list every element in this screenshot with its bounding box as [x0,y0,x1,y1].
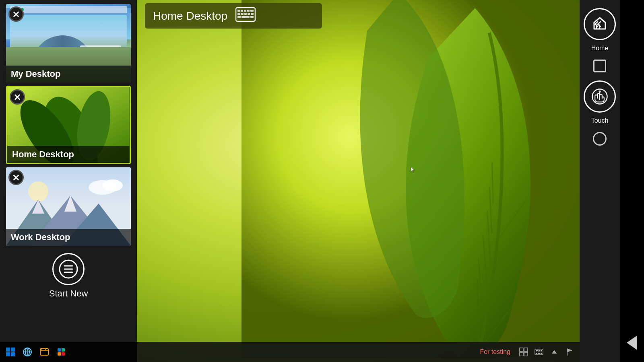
topbar: Home Desktop [137,0,580,30]
files-icon[interactable] [37,345,52,359]
android-home-button[interactable] [593,132,607,146]
svg-rect-36 [250,10,254,12]
windows-start-icon[interactable] [3,345,18,359]
svg-rect-53 [541,350,542,351]
svg-point-64 [599,90,601,93]
taskbar-main: For testing [137,342,580,362]
svg-rect-42 [237,16,241,18]
sidebar: 42 My Desktop [0,0,137,362]
svg-rect-43 [242,16,250,18]
svg-rect-17 [6,348,10,352]
android-nav-bar [620,0,644,362]
svg-point-5 [28,181,48,202]
svg-rect-41 [251,13,254,15]
home-desktop-label: Home Desktop [7,146,130,163]
svg-rect-28 [58,352,61,356]
svg-rect-27 [62,348,65,352]
recents-button[interactable] [593,60,606,72]
start-new-button[interactable]: Start New [49,253,88,299]
svg-rect-44 [250,16,254,18]
home-button-wrap[interactable]: Home [584,8,616,51]
svg-rect-52 [539,350,540,351]
home-button[interactable] [584,8,616,40]
svg-rect-37 [237,13,240,15]
close-home-desktop-button[interactable] [10,89,25,105]
leaf-decoration [242,0,580,358]
home-label: Home [591,45,609,51]
desktop-background [137,0,580,362]
topbar-title: Home Desktop [153,10,227,23]
work-desktop-label: Work Desktop [6,229,131,246]
topbar-keyboard-icon[interactable] [235,7,256,25]
svg-rect-58 [536,353,537,354]
right-panel: Home Touch [580,0,620,362]
keyboard-sys-icon[interactable] [533,346,545,358]
svg-rect-46 [524,348,528,352]
svg-rect-54 [536,352,537,352]
touch-button-wrap[interactable]: Touch [584,80,616,124]
ie-icon[interactable] [20,345,35,359]
svg-rect-19 [6,352,10,356]
my-desktop-label: My Desktop [6,66,131,82]
svg-rect-57 [541,352,542,352]
svg-rect-33 [241,10,243,12]
svg-rect-55 [538,352,539,352]
grid-icon[interactable] [518,346,530,358]
store-icon[interactable] [54,345,68,359]
close-my-desktop-button[interactable] [8,6,24,22]
svg-rect-56 [539,352,541,352]
svg-rect-51 [537,350,539,351]
svg-rect-45 [520,348,523,352]
svg-rect-38 [241,13,244,15]
main-desktop-area[interactable]: Home Desktop [137,0,580,362]
desktop-card-work-desktop[interactable]: Work Desktop [6,167,131,246]
close-work-desktop-button[interactable] [8,170,24,185]
svg-rect-35 [247,10,250,12]
svg-rect-26 [58,348,61,352]
svg-rect-40 [248,13,250,15]
menu-list-icon [59,259,78,279]
svg-rect-20 [11,352,15,356]
svg-rect-60 [541,353,542,354]
svg-rect-47 [520,352,523,356]
touch-button[interactable] [584,80,616,113]
svg-rect-50 [536,350,537,351]
for-testing-label: For testing [480,348,510,356]
svg-rect-59 [538,353,540,354]
home-back-icon [592,16,608,33]
up-arrow-icon[interactable] [548,346,560,358]
start-new-label: Start New [49,288,88,299]
svg-rect-29 [62,352,65,356]
svg-rect-48 [524,352,528,356]
desktop-card-my-desktop[interactable]: 42 My Desktop [6,4,131,82]
flag-icon[interactable] [564,346,576,358]
taskbar-left [0,342,137,362]
touch-label: Touch [591,117,609,124]
desktop-card-home-desktop[interactable]: Home Desktop [6,86,131,164]
svg-rect-18 [11,348,15,352]
android-back-button[interactable] [627,335,637,350]
svg-point-12 [103,179,123,191]
svg-rect-39 [244,13,247,15]
start-new-icon [52,253,85,285]
svg-rect-34 [244,10,246,12]
svg-rect-25 [40,349,48,355]
svg-rect-32 [237,10,240,12]
touch-hand-icon [591,88,608,105]
topbar-title-box: Home Desktop [145,3,322,29]
